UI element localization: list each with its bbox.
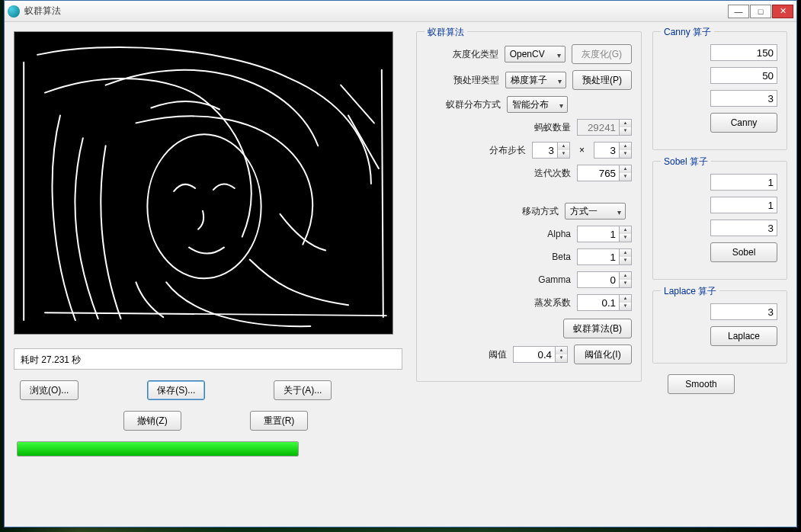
ant-count-spinner[interactable]: ▲▼	[620, 119, 632, 136]
maximize-button[interactable]: □	[750, 5, 771, 18]
threshold-spinner[interactable]: ▲▼	[556, 346, 568, 363]
edge-detection-image	[14, 32, 392, 334]
close-button[interactable]: ✕	[772, 5, 793, 18]
smooth-button[interactable]: Smooth	[668, 374, 735, 394]
dist-label: 蚁群分布方式	[446, 98, 501, 111]
svg-rect-0	[14, 32, 392, 334]
gamma-input[interactable]	[577, 271, 620, 288]
step-label: 分布步长	[473, 144, 526, 157]
about-button[interactable]: 关于(A)...	[274, 380, 332, 400]
canny-param3-input[interactable]	[710, 90, 777, 107]
minimize-button[interactable]: —	[728, 5, 749, 18]
alpha-label: Alpha	[517, 229, 571, 239]
beta-spinner[interactable]: ▲▼	[620, 248, 632, 265]
threshold-label: 阈值	[453, 348, 507, 361]
step-x-spinner[interactable]: ▲▼	[558, 142, 570, 159]
beta-label: Beta	[517, 252, 571, 262]
reset-button[interactable]: 重置(R)	[250, 411, 308, 431]
progress-fill	[18, 442, 298, 456]
laplace-groupbox: Laplace 算子 Laplace	[652, 290, 787, 364]
gamma-label: Gamma	[517, 274, 571, 285]
app-icon	[8, 5, 20, 18]
step-y-input[interactable]	[594, 142, 620, 159]
pre-type-combo[interactable]: 梯度算子	[505, 72, 566, 88]
canny-button[interactable]: Canny	[710, 113, 777, 133]
iter-spinner[interactable]: ▲▼	[620, 165, 632, 181]
run-ant-colony-button[interactable]: 蚁群算法(B)	[563, 319, 632, 338]
preprocess-button[interactable]: 预处理(P)	[572, 70, 632, 90]
ant-colony-groupbox: 蚁群算法 灰度化类型 OpenCV 灰度化(G) 预处理类型 梯度算子 预处理(…	[416, 31, 642, 382]
laplace-button[interactable]: Laplace	[710, 326, 777, 346]
browse-button[interactable]: 浏览(O)...	[20, 380, 78, 400]
alpha-spinner[interactable]: ▲▼	[620, 226, 632, 242]
dist-combo[interactable]: 智能分布	[507, 96, 568, 113]
iter-input[interactable]	[577, 165, 620, 181]
evap-label: 蒸发系数	[517, 296, 571, 309]
threshold-input[interactable]	[513, 346, 556, 363]
image-preview	[14, 31, 393, 335]
titlebar[interactable]: 蚁群算法 — □ ✕	[5, 1, 796, 22]
sobel-groupbox: Sobel 算子 Sobel	[652, 161, 787, 280]
canny-legend: Canny 算子	[661, 26, 714, 39]
sobel-param2-input[interactable]	[710, 197, 777, 213]
canny-param2-input[interactable]	[710, 67, 777, 84]
beta-input[interactable]	[577, 248, 620, 265]
gamma-spinner[interactable]: ▲▼	[620, 271, 632, 288]
status-text: 耗时 27.231 秒	[14, 348, 402, 370]
save-button[interactable]: 保存(S)...	[147, 380, 205, 400]
laplace-param1-input[interactable]	[710, 303, 777, 320]
ant-count-input	[577, 119, 620, 136]
step-x-input[interactable]	[532, 142, 558, 159]
ant-colony-legend: 蚁群算法	[425, 26, 467, 39]
sobel-button[interactable]: Sobel	[710, 242, 777, 262]
canny-groupbox: Canny 算子 Canny	[652, 31, 787, 150]
laplace-legend: Laplace 算子	[661, 285, 719, 298]
sobel-legend: Sobel 算子	[661, 155, 711, 168]
threshold-button[interactable]: 阈值化(I)	[574, 345, 632, 364]
window-title: 蚁群算法	[24, 5, 728, 18]
canny-param1-input[interactable]	[710, 44, 777, 61]
gray-type-label: 灰度化类型	[445, 48, 498, 61]
sobel-param3-input[interactable]	[710, 220, 777, 236]
gray-type-combo[interactable]: OpenCV	[505, 46, 566, 62]
main-window: 蚁群算法 — □ ✕	[4, 0, 797, 527]
alpha-input[interactable]	[577, 226, 620, 242]
progress-bar	[17, 441, 299, 457]
step-y-spinner[interactable]: ▲▼	[620, 142, 632, 159]
sobel-param1-input[interactable]	[710, 174, 777, 191]
pre-type-label: 预处理类型	[446, 74, 499, 87]
undo-button[interactable]: 撤销(Z)	[123, 411, 181, 431]
evap-input[interactable]	[577, 294, 620, 311]
multiply-icon: ×	[579, 142, 585, 159]
iter-label: 迭代次数	[517, 167, 571, 180]
move-label: 移动方式	[505, 205, 559, 218]
move-combo[interactable]: 方式一	[565, 203, 626, 220]
gray-button[interactable]: 灰度化(G)	[572, 44, 632, 64]
ant-count-label: 蚂蚁数量	[517, 121, 571, 134]
evap-spinner[interactable]: ▲▼	[620, 294, 632, 311]
